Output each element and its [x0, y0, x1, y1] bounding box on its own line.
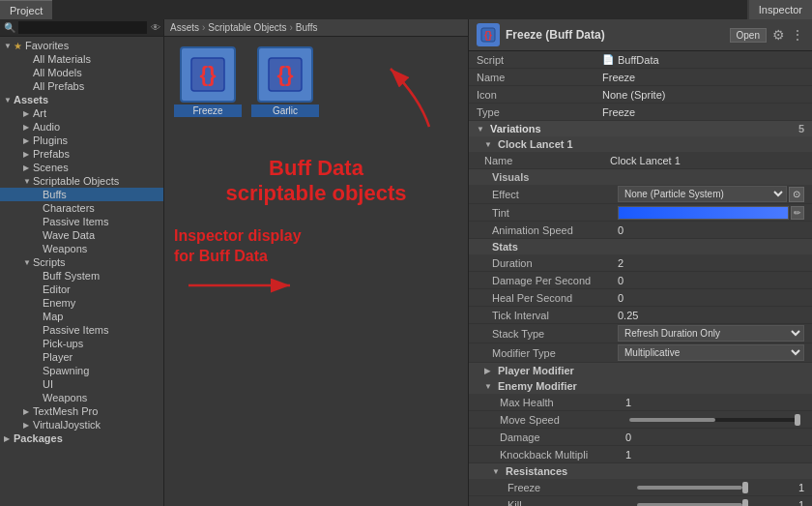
tint-bar[interactable] [618, 206, 789, 220]
search-input[interactable] [18, 21, 147, 34]
hps-value: 0 [618, 292, 804, 304]
script-value: 📄 BuffData [602, 54, 804, 66]
sidebar-item-passive-items-scripts[interactable]: Passive Items [0, 323, 163, 337]
sidebar-item-all-prefabs[interactable]: All Prefabs [0, 79, 163, 93]
packages-folder[interactable]: Packages [0, 432, 163, 445]
prop-move-speed: Move Speed [469, 411, 812, 429]
freeze-label: Freeze [174, 104, 242, 117]
asset-item-garlic[interactable]: {} Garlic [251, 46, 319, 117]
sidebar-item-map[interactable]: Map [0, 310, 163, 323]
freeze-thumb[interactable] [742, 482, 748, 493]
effect-circle-btn[interactable]: ⊙ [789, 187, 804, 202]
player-modifier-header[interactable]: Player Modifier [469, 363, 812, 378]
move-speed-slider [625, 418, 804, 422]
passive-items-label: Passive Items [43, 216, 108, 227]
search-bar: 🔍 👁 [0, 19, 163, 37]
sidebar-item-editor[interactable]: Editor [0, 283, 163, 296]
sidebar-item-weapons-so[interactable]: Weapons [0, 242, 163, 255]
favorites-folder[interactable]: ★ Favorites [0, 39, 163, 52]
duration-value: 2 [618, 257, 804, 269]
sidebar-item-all-materials[interactable]: All Materials [0, 52, 163, 66]
sidebar-item-buff-system[interactable]: Buff System [0, 269, 163, 283]
variations-header[interactable]: Variations 5 [469, 121, 812, 136]
variations-arrow [477, 125, 486, 134]
move-speed-thumb[interactable] [795, 414, 800, 426]
prop-modifier-type: Modifier Type Multiplicative [469, 343, 812, 363]
clock-lancet-title: Clock Lancet 1 [498, 138, 573, 150]
duration-label: Duration [492, 257, 618, 269]
sidebar-item-pickups[interactable]: Pick-ups [0, 337, 163, 350]
modifier-type-select[interactable]: Multiplicative [618, 344, 804, 361]
inspector-title: Freeze (Buff Data) [506, 28, 724, 42]
visuals-label: Visuals [492, 171, 529, 183]
clock-lancet-header[interactable]: Clock Lancet 1 [469, 136, 812, 152]
tab-project[interactable]: Project [0, 0, 52, 19]
assets-content: {} Freeze {} Garlic [164, 37, 468, 506]
move-speed-bar[interactable] [629, 418, 800, 422]
stack-type-label: Stack Type [492, 328, 618, 340]
sidebar-item-art[interactable]: Art [0, 106, 163, 120]
breadcrumb: Assets › Scriptable Objects › Buffs [164, 19, 468, 37]
sidebar-item-wave-data[interactable]: Wave Data [0, 228, 163, 242]
kill-resistance-bar[interactable] [637, 503, 748, 507]
kill-thumb[interactable] [742, 499, 748, 507]
search-icon: 🔍 [4, 22, 15, 33]
sidebar-item-scenes[interactable]: Scenes [0, 161, 163, 174]
effect-value-container: None (Particle System) ⊙ [618, 186, 804, 202]
svg-text:{}: {} [199, 62, 217, 86]
annotation-bottom: Inspector display for Buff Data [174, 226, 458, 306]
type-label: Type [477, 106, 602, 118]
sidebar-item-passive-items[interactable]: Passive Items [0, 215, 163, 228]
favorites-label: Favorites [25, 40, 69, 51]
move-speed-label: Move Speed [500, 414, 625, 426]
open-button[interactable]: Open [730, 28, 767, 43]
sidebar-item-prefabs[interactable]: Prefabs [0, 147, 163, 161]
sidebar-item-scripts[interactable]: Scripts [0, 255, 163, 269]
sidebar-item-ui[interactable]: UI [0, 377, 163, 391]
prop-tint: Tint ✏ [469, 204, 812, 222]
anim-speed-label: Animation Speed [492, 224, 618, 236]
annotation-line2: scriptable objects [174, 181, 458, 206]
sidebar-item-virtualjoystick[interactable]: VirtualJoystick [0, 418, 163, 432]
stats-header[interactable]: Stats [469, 239, 812, 254]
sidebar-item-characters[interactable]: Characters [0, 201, 163, 215]
enemy-modifier-header[interactable]: Enemy Modifier [469, 378, 812, 394]
eye-icon: 👁 [151, 22, 160, 33]
effect-select[interactable]: None (Particle System) [618, 186, 787, 202]
freeze-icon-container: {} [180, 46, 236, 103]
freeze-resistance-bar[interactable] [637, 486, 748, 490]
prop-freeze-resistance: Freeze 1 [469, 479, 812, 496]
sidebar-item-all-models[interactable]: All Models [0, 66, 163, 79]
all-prefabs-label: All Prefabs [33, 80, 84, 92]
prop-name: Name Freeze [469, 69, 812, 86]
tick-label: Tick Interval [492, 310, 618, 321]
annotation-bottom-text: Inspector display for Buff Data [174, 226, 458, 267]
script-label: Script [477, 54, 602, 66]
resistances-header[interactable]: Resistances [469, 463, 812, 479]
sidebar-item-player[interactable]: Player [0, 350, 163, 364]
assets-folder[interactable]: Assets [0, 93, 163, 106]
prop-tick: Tick Interval 0.25 [469, 307, 812, 324]
stack-type-select[interactable]: Refresh Duration Only [618, 325, 804, 342]
menu-icon[interactable]: ⋮ [791, 27, 804, 43]
tab-inspector[interactable]: Inspector [749, 0, 812, 19]
annotation-bottom-line1: Inspector display [174, 226, 458, 247]
visuals-header[interactable]: Visuals [469, 169, 812, 185]
enemy-modifier-label: Enemy Modifier [498, 380, 577, 392]
svg-text:{}: {} [276, 62, 294, 86]
asset-item-freeze[interactable]: {} Freeze [174, 46, 242, 117]
sidebar-item-weapons-scripts[interactable]: Weapons [0, 391, 163, 404]
sidebar-item-plugins[interactable]: Plugins [0, 134, 163, 147]
sidebar-item-spawning[interactable]: Spawning [0, 364, 163, 377]
sidebar-item-audio[interactable]: Audio [0, 120, 163, 134]
svg-text:{}: {} [484, 30, 492, 41]
enemy-modifier-arrow [484, 382, 494, 391]
sidebar-item-buffs[interactable]: Buffs [0, 188, 163, 201]
annotation-main-text: Buff Data scriptable objects [174, 156, 458, 207]
tint-edit-button[interactable]: ✏ [791, 206, 804, 220]
sidebar-item-scriptable-objects[interactable]: Scriptable Objects [0, 174, 163, 188]
sidebar-item-textmesh[interactable]: TextMesh Pro [0, 404, 163, 418]
settings-icon[interactable]: ⚙ [772, 27, 785, 43]
sidebar-item-enemy[interactable]: Enemy [0, 296, 163, 310]
all-models-label: All Models [33, 67, 82, 78]
